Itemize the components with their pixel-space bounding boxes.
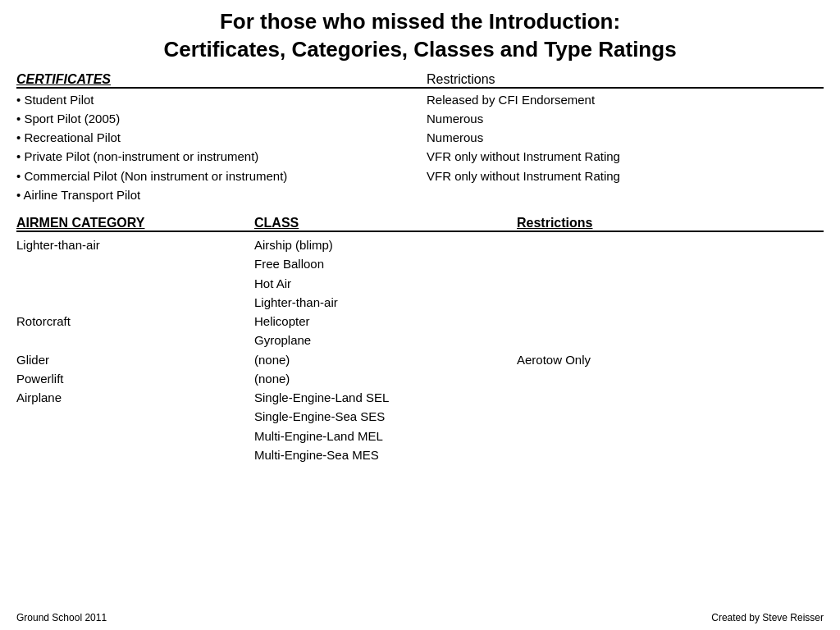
airmen-class: Gyroplane xyxy=(254,331,517,349)
cert-name: • Commercial Pilot (Non instrument or in… xyxy=(16,167,427,185)
airmen-category: Powerlift xyxy=(16,369,254,388)
airmen-restriction: Aerotow Only xyxy=(517,350,824,369)
airmen-restriction xyxy=(517,254,824,273)
cert-name: • Recreational Pilot xyxy=(16,128,427,147)
cert-name: • Airline Transport Pilot xyxy=(16,185,427,204)
airmen-class: Airship (blimp) xyxy=(254,235,517,254)
title-line1: For those who missed the Introduction: xyxy=(16,8,824,36)
cert-name: • Student Pilot xyxy=(16,90,427,109)
certificates-section: CERTIFICATES Restrictions • Student Pilo… xyxy=(16,72,824,205)
airmen-category xyxy=(16,427,254,445)
airmen-restriction xyxy=(517,427,824,445)
airmen-row: Gyroplane xyxy=(16,331,824,349)
footer-left: Ground School 2011 xyxy=(16,612,107,623)
airmen-category xyxy=(16,331,254,349)
cert-restrictions-header: Restrictions xyxy=(427,72,824,87)
airmen-section: AIRMEN CATEGORY CLASS Restrictions Light… xyxy=(16,216,824,464)
cert-list-item: • Airline Transport Pilot xyxy=(16,185,824,204)
airmen-category xyxy=(16,293,254,312)
airmen-row: Multi-Engine-Land MEL xyxy=(16,427,824,445)
cert-list-item: • Sport Pilot (2005)Numerous xyxy=(16,109,824,128)
airmen-restriction xyxy=(517,388,824,407)
cert-restriction: Numerous xyxy=(427,109,824,128)
cert-name: • Sport Pilot (2005) xyxy=(16,109,427,128)
airmen-row: Glider(none)Aerotow Only xyxy=(16,350,824,369)
airmen-header-row: AIRMEN CATEGORY CLASS Restrictions xyxy=(16,216,824,232)
airmen-restriction xyxy=(517,369,824,388)
airmen-class-header: CLASS xyxy=(254,216,517,231)
footer-right: Created by Steve Reisser xyxy=(711,612,824,623)
cert-restriction: Released by CFI Endorsement xyxy=(427,90,824,109)
airmen-category: Lighter-than-air xyxy=(16,235,254,254)
airmen-row: Single-Engine-Sea SES xyxy=(16,407,824,426)
cert-list: • Student PilotReleased by CFI Endorseme… xyxy=(16,90,824,205)
airmen-class: (none) xyxy=(254,369,517,388)
airmen-class: Single-Engine-Land SEL xyxy=(254,388,517,407)
cert-restriction: Numerous xyxy=(427,128,824,147)
airmen-row: RotorcraftHelicopter xyxy=(16,312,824,331)
airmen-row: Powerlift(none) xyxy=(16,369,824,388)
cert-list-item: • Recreational PilotNumerous xyxy=(16,128,824,147)
airmen-category xyxy=(16,445,254,464)
airmen-row: Hot Air xyxy=(16,274,824,293)
airmen-restriction xyxy=(517,274,824,293)
title-line2: Certificates, Categories, Classes and Ty… xyxy=(16,36,824,64)
airmen-restriction xyxy=(517,312,824,331)
airmen-restriction xyxy=(517,293,824,312)
airmen-category xyxy=(16,274,254,293)
cert-list-item: • Private Pilot (non-instrument or instr… xyxy=(16,147,824,166)
cert-header-row: CERTIFICATES Restrictions xyxy=(16,72,824,89)
airmen-restrictions-header: Restrictions xyxy=(517,216,824,231)
airmen-rows: Lighter-than-airAirship (blimp)Free Ball… xyxy=(16,235,824,464)
airmen-row: AirplaneSingle-Engine-Land SEL xyxy=(16,388,824,407)
airmen-category: Rotorcraft xyxy=(16,312,254,331)
airmen-category xyxy=(16,407,254,426)
airmen-class: (none) xyxy=(254,350,517,369)
cert-list-item: • Commercial Pilot (Non instrument or in… xyxy=(16,167,824,185)
airmen-category-header: AIRMEN CATEGORY xyxy=(16,216,254,231)
airmen-class: Helicopter xyxy=(254,312,517,331)
airmen-restriction xyxy=(517,235,824,254)
cert-name: • Private Pilot (non-instrument or instr… xyxy=(16,147,427,166)
cert-restriction: VFR only without Instrument Rating xyxy=(427,167,824,185)
airmen-category: Airplane xyxy=(16,388,254,407)
airmen-class: Multi-Engine-Sea MES xyxy=(254,445,517,464)
cert-restriction xyxy=(427,185,824,204)
airmen-class: Free Balloon xyxy=(254,254,517,273)
cert-column-header: CERTIFICATES xyxy=(16,72,427,87)
airmen-category xyxy=(16,254,254,273)
airmen-restriction xyxy=(517,445,824,464)
airmen-class: Multi-Engine-Land MEL xyxy=(254,427,517,445)
airmen-category: Glider xyxy=(16,350,254,369)
cert-list-item: • Student PilotReleased by CFI Endorseme… xyxy=(16,90,824,109)
airmen-class: Lighter-than-air xyxy=(254,293,517,312)
airmen-class: Hot Air xyxy=(254,274,517,293)
airmen-restriction xyxy=(517,331,824,349)
airmen-row: Multi-Engine-Sea MES xyxy=(16,445,824,464)
airmen-row: Free Balloon xyxy=(16,254,824,273)
airmen-restriction xyxy=(517,407,824,426)
airmen-row: Lighter-than-air xyxy=(16,293,824,312)
airmen-class: Single-Engine-Sea SES xyxy=(254,407,517,426)
airmen-row: Lighter-than-airAirship (blimp) xyxy=(16,235,824,254)
page: For those who missed the Introduction: C… xyxy=(0,0,840,630)
main-title: For those who missed the Introduction: C… xyxy=(16,8,824,64)
cert-restriction: VFR only without Instrument Rating xyxy=(427,147,824,166)
